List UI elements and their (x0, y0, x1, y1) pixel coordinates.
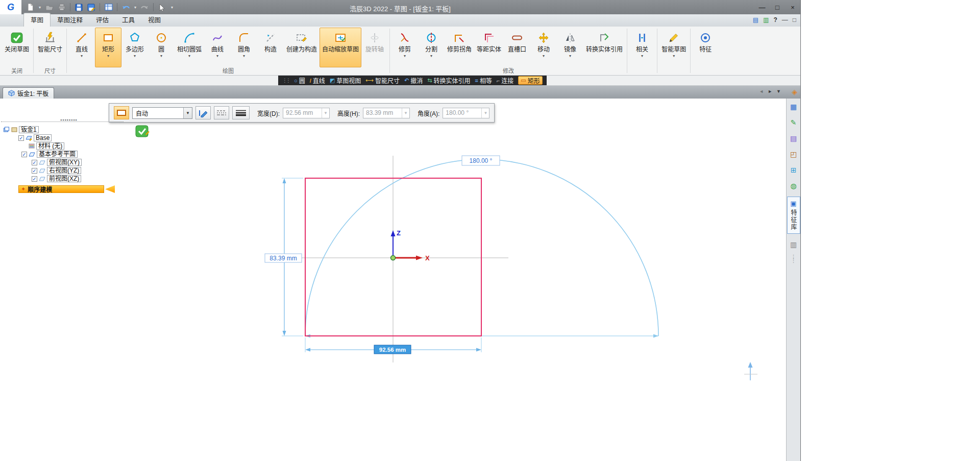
feature-button[interactable]: 特征 (692, 28, 719, 67)
open-button[interactable] (44, 2, 55, 13)
dropdown-arrow-icon[interactable]: ▾ (160, 54, 162, 58)
rectangle-button[interactable]: 矩形 ▾ (95, 28, 121, 67)
ribbon-layout-icon[interactable]: ▥ (763, 16, 769, 23)
smart-dimension-button[interactable]: 智能尺寸 (35, 28, 65, 67)
tree-root-label[interactable]: 钣金1 (19, 126, 39, 133)
tree-row-right-view[interactable]: ✓ 右视图(YZ) (1, 166, 124, 175)
graphics-area[interactable]: 83.39 mm 92.56 mm 180.00 ° Z X (0, 99, 800, 461)
restore-document-button[interactable]: □ (793, 16, 796, 23)
dropdown-arrow-icon[interactable]: ▾ (673, 54, 675, 58)
field-dropdown-icon[interactable]: ▼ (322, 108, 329, 118)
save-as-button[interactable] (86, 2, 96, 13)
line-color-button[interactable] (195, 106, 211, 119)
line-width-button[interactable] (232, 106, 250, 119)
close-sketch-button[interactable]: 关闭草图 (2, 28, 32, 67)
field-dropdown-icon[interactable]: ▼ (402, 108, 409, 118)
include-button[interactable]: 转换实体引用 (583, 28, 625, 67)
prompt-connect-button[interactable]: ⌐连接 (497, 76, 513, 85)
line-style-button[interactable] (214, 106, 229, 119)
polygon-button[interactable]: 多边形 ▾ (121, 28, 148, 67)
trim-button[interactable]: 修剪 ▾ (391, 28, 418, 67)
slot-button[interactable]: 直槽口 (504, 28, 530, 67)
tree-row-material[interactable]: 材料 (无) (1, 142, 124, 150)
new-document-button[interactable] (25, 2, 36, 13)
make-construction-button[interactable]: 创建为构造 (284, 28, 320, 67)
undo-button[interactable] (120, 2, 131, 13)
panel-corner-icon[interactable]: ◈ (792, 88, 797, 96)
primitives-panel-icon[interactable]: ▦ (788, 102, 799, 112)
relate-button[interactable]: 相关 ▾ (629, 28, 655, 67)
prompt-include-button[interactable]: ⇆转换实体引用 (427, 76, 470, 85)
tab-tools[interactable]: 工具 (115, 13, 141, 27)
line-button[interactable]: 直线 ▾ (68, 28, 95, 67)
checkbox-checked[interactable]: ✓ (32, 176, 37, 182)
minimize-button[interactable]: — (754, 2, 770, 13)
width-dimension-value[interactable]: 92.56 mm (379, 347, 406, 353)
tab-view[interactable]: 视图 (141, 13, 167, 27)
tree-right-view-label[interactable]: 右视图(YZ) (47, 167, 81, 174)
splitter-handle-icon[interactable]: ▪▪▪▪▪▪▪▪ (60, 117, 78, 123)
tree-top-view-label[interactable]: 俯视图(XY) (47, 159, 82, 166)
dropdown-arrow-icon[interactable]: ▾ (134, 54, 136, 58)
redo-button[interactable] (139, 2, 150, 13)
modeling-mode-bar[interactable]: ✦ 顺序建模 (18, 185, 104, 193)
prompt-circle-button[interactable]: ○圆 (294, 76, 305, 85)
add-view-panel-icon[interactable]: ⊞ (788, 165, 799, 175)
close-button[interactable]: × (785, 2, 800, 13)
toolbar-grip-icon[interactable]: ⋮⋮ (282, 78, 289, 83)
camera-panel-icon[interactable]: ◍ (788, 181, 799, 191)
scroll-tabs-left-icon[interactable]: ◄ (759, 89, 764, 94)
print-button[interactable] (56, 2, 67, 13)
move-button[interactable]: 移动 ▾ (530, 28, 557, 67)
dropdown-arrow-icon[interactable]: ▾ (243, 54, 245, 58)
prompt-equal-button[interactable]: =相等 (475, 76, 492, 85)
accept-sketch-button[interactable] (135, 125, 150, 140)
app-logo-icon[interactable]: G (0, 0, 21, 14)
rotation-axis-button[interactable]: 旋转轴 (361, 28, 388, 67)
dropdown-arrow-icon[interactable]: ▾ (569, 54, 571, 58)
tree-row-top-view[interactable]: ✓ 俯视图(XY) (1, 158, 124, 166)
tree-row-base[interactable]: ✓ Base (1, 134, 124, 142)
angle-dimension-value[interactable]: 180.00 ° (470, 157, 493, 164)
tree-base-label[interactable]: Base (34, 134, 52, 141)
checkbox-checked[interactable]: ✓ (18, 135, 24, 141)
smart-sketch-button[interactable]: 智能草图 ▾ (659, 28, 689, 67)
undo-dropdown-icon[interactable]: ▾ (133, 2, 138, 13)
coordinate-triad[interactable]: Z X (391, 229, 430, 262)
height-dimension-value[interactable]: 83.39 mm (270, 255, 297, 262)
minimize-document-button[interactable]: — (782, 16, 788, 23)
split-button[interactable]: 分割 ▾ (418, 28, 445, 67)
prompt-undo-button[interactable]: ↶撤消 (404, 76, 423, 85)
field-dropdown-icon[interactable]: ▼ (481, 108, 489, 118)
height-field[interactable]: 83.39 mm ▼ (363, 108, 410, 118)
prompt-rectangle-button[interactable]: ▭矩形 (518, 76, 542, 85)
document-tab[interactable]: 钣金1: 平板 (3, 87, 54, 99)
trim-corner-button[interactable]: 修剪拐角 (445, 28, 474, 67)
library-panel-icon[interactable]: ▥ (788, 239, 799, 250)
mirror-button[interactable]: 镜像 ▾ (557, 28, 583, 67)
dropdown-arrow-icon[interactable]: ▾ (188, 54, 190, 58)
tree-ref-planes-label[interactable]: 基本参考平面 (37, 151, 78, 158)
origin-point[interactable] (391, 256, 396, 260)
tab-list-dropdown-icon[interactable]: ▼ (776, 89, 781, 94)
width-field[interactable]: 92.56 mm ▼ (283, 108, 330, 118)
sketch-pad-panel-icon[interactable]: ✎ (788, 117, 799, 128)
panel-split-line[interactable]: ▪▪▪▪▪▪▪▪ (1, 122, 124, 122)
prompt-line-button[interactable]: /直线 (310, 76, 325, 85)
tree-material-label[interactable]: 材料 (无) (36, 142, 64, 150)
table-panel-icon[interactable]: ▤ (788, 133, 799, 143)
tangent-arc-button[interactable]: 相切圆弧 ▾ (175, 28, 204, 67)
select-tool-button[interactable] (157, 2, 167, 13)
fillet-button[interactable]: 圆角 ▾ (231, 28, 257, 67)
checkbox-checked[interactable]: ✓ (32, 160, 37, 165)
tree-row-ref-planes[interactable]: ✓ 基本参考平面 (1, 150, 124, 158)
tab-evaluate[interactable]: 评估 (89, 13, 115, 27)
tree-row-root[interactable]: 钣金1 (1, 126, 124, 134)
dropdown-arrow-icon[interactable]: ▾ (107, 54, 109, 58)
rectangle-tool-button[interactable] (114, 106, 129, 119)
feature-library-tab[interactable]: ▣ 特征库 (787, 197, 800, 234)
creation-mode-select[interactable]: 自动 ▼ (132, 107, 192, 119)
tab-sketch[interactable]: 草图 (23, 13, 51, 27)
dropdown-arrow-icon[interactable]: ▾ (404, 54, 406, 58)
tree-front-view-label[interactable]: 前视图(XZ) (47, 175, 81, 182)
